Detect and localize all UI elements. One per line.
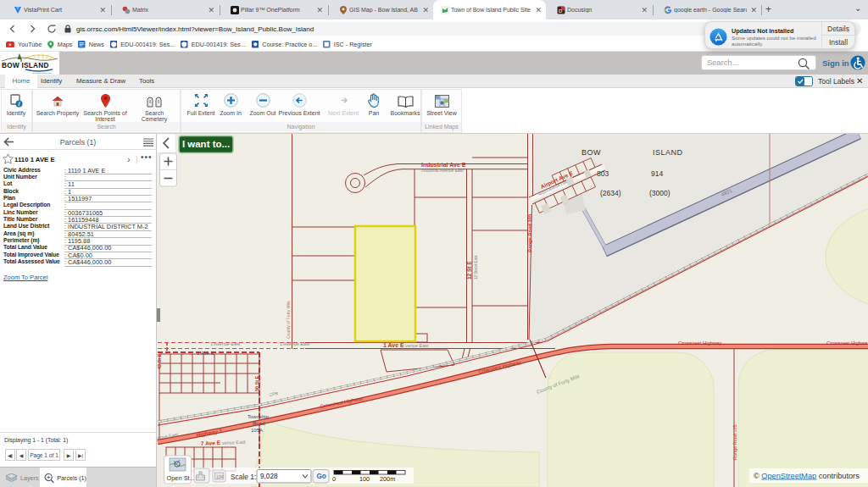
svg-text:100: 100 <box>359 475 370 483</box>
svg-text:Range Road 105: Range Road 105 <box>732 424 737 460</box>
svg-text:42 St E: 42 St E <box>157 353 162 369</box>
svg-text:Crowsnest Highway: Crowsnest Highway <box>678 340 721 346</box>
svg-text:9,028: 9,028 <box>260 473 278 480</box>
svg-text:(2634): (2634) <box>600 189 621 197</box>
svg-text:1 Ave E: 1 Ave E <box>383 342 404 348</box>
svg-text:(3000): (3000) <box>649 189 670 197</box>
svg-text:134: 134 <box>216 474 224 479</box>
svg-text:105A: 105A <box>251 428 263 433</box>
svg-text:Industrial Avenue East: Industrial Avenue East <box>421 168 464 173</box>
svg-text:Road: Road <box>253 421 264 426</box>
svg-text:© OpenStreetMap contributors: © OpenStreetMap contributors <box>754 472 860 480</box>
svg-text:50 St E: 50 St E <box>254 375 259 391</box>
svg-text:Range Road 105: Range Road 105 <box>527 213 532 252</box>
svg-text:12 Street East: 12 Street East <box>474 255 478 279</box>
svg-text:Industrial Ave E: Industrial Ave E <box>421 162 466 168</box>
svg-text:ISLAND: ISLAND <box>653 148 683 157</box>
svg-text:venue East: venue East <box>405 343 429 348</box>
svg-text:County of Forty Mile: County of Forty Mile <box>286 301 291 339</box>
svg-text:i: i <box>18 101 19 107</box>
svg-text:Township: Township <box>248 414 270 419</box>
svg-text:200m: 200m <box>380 475 395 483</box>
svg-text:803: 803 <box>597 169 609 178</box>
svg-text:Crowsnest Highwa: Crowsnest Highwa <box>826 340 868 346</box>
svg-text:914: 914 <box>651 169 663 178</box>
svg-text:I want to...: I want to... <box>182 139 230 149</box>
svg-text:BOW ISLAND: BOW ISLAND <box>2 62 49 69</box>
svg-text:Open St...: Open St... <box>167 474 195 482</box>
svg-text:1 Ave E: 1 Ave E <box>197 351 214 356</box>
svg-text:Go: Go <box>317 473 326 480</box>
svg-text:1 Avenue East: 1 Avenue East <box>210 341 241 346</box>
svg-text:0: 0 <box>332 475 336 483</box>
svg-text:Scale 1:: Scale 1: <box>231 473 256 481</box>
svg-text:BOW: BOW <box>581 148 601 157</box>
svg-text:7 Ave E: 7 Ave E <box>201 440 221 446</box>
svg-text:D: D <box>559 8 563 14</box>
svg-text:1 Avenue East: 1 Avenue East <box>280 341 310 346</box>
svg-text:12 St E: 12 St E <box>466 261 472 279</box>
